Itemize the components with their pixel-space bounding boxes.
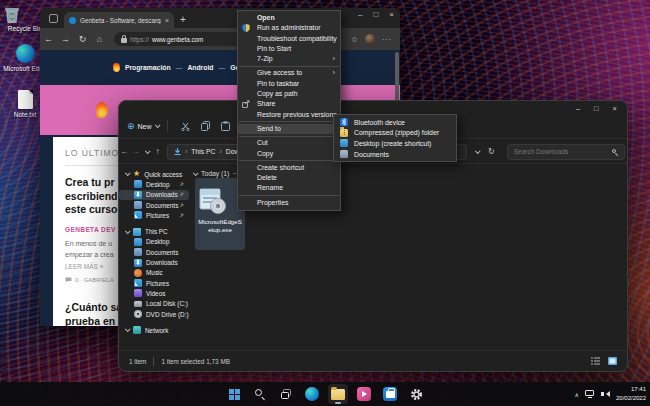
- browser-maximize-button[interactable]: □: [373, 10, 378, 19]
- menu-item-share[interactable]: Share: [238, 99, 340, 109]
- sidebar-network[interactable]: Network: [119, 325, 189, 335]
- browser-forward-button[interactable]: →: [57, 34, 74, 44]
- address-dropdown-button[interactable]: [475, 147, 479, 156]
- documents-folder-icon: [134, 201, 142, 209]
- new-button[interactable]: ⊕ New: [127, 121, 159, 131]
- menu-item-troubleshoot-compatibility[interactable]: Troubleshoot compatibility: [238, 34, 340, 44]
- desktop-shortcut-icon: [340, 139, 348, 147]
- browser-back-button[interactable]: ←: [40, 34, 57, 44]
- explorer-close-button[interactable]: ×: [613, 104, 617, 113]
- pin-icon: [179, 213, 184, 218]
- chevron-down-icon: [144, 148, 150, 154]
- taskbar-clock[interactable]: 17:41 20/02/2022: [616, 385, 646, 403]
- sidebar-item-dvd-drive[interactable]: DVD Drive (D:) DV: [119, 309, 189, 319]
- tab-actions-icon[interactable]: [49, 14, 58, 23]
- scissors-icon: [181, 122, 190, 131]
- new-tab-button[interactable]: +: [180, 14, 186, 25]
- profile-avatar[interactable]: [365, 34, 375, 44]
- sidebar-item-documents[interactable]: Documents: [119, 200, 189, 210]
- taskbar-edge-button[interactable]: [302, 384, 322, 404]
- explorer-maximize-button[interactable]: □: [594, 104, 599, 113]
- favorites-icon[interactable]: ☆: [351, 35, 358, 44]
- search-icon: [255, 389, 265, 399]
- network-tray-icon[interactable]: [585, 390, 595, 398]
- menu-item-run-as-administrator[interactable]: Run as administrator: [238, 23, 340, 33]
- lock-icon: [121, 35, 127, 43]
- explorer-minimize-button[interactable]: –: [576, 104, 580, 113]
- browser-tab-strip: Genbeta - Software, descargas, a × + – □…: [40, 8, 400, 28]
- sidebar-item-pc-documents[interactable]: Documents: [119, 247, 189, 257]
- menu-item-properties[interactable]: Properties: [238, 198, 340, 208]
- explorer-titlebar[interactable]: – □ ×: [119, 101, 627, 114]
- search-input[interactable]: [514, 148, 612, 155]
- menu-item-cut[interactable]: Cut: [238, 138, 340, 148]
- taskbar-search-button[interactable]: [250, 384, 270, 404]
- hidden-icons-chevron[interactable]: ∧: [575, 391, 579, 398]
- start-button[interactable]: [224, 384, 244, 404]
- taskbar-file-explorer-button[interactable]: [328, 384, 348, 404]
- crumb-separator: ›: [220, 148, 222, 155]
- browser-minimize-button[interactable]: –: [358, 10, 362, 19]
- volume-tray-icon[interactable]: [601, 390, 610, 398]
- details-view-icon[interactable]: [591, 357, 600, 365]
- sidebar-quick-access[interactable]: ★ Quick access: [119, 169, 189, 179]
- submenu-arrow-icon: ›: [333, 68, 336, 78]
- menu-item-give-access-to[interactable]: Give access to ›: [238, 68, 340, 78]
- menu-item-pin-to-start[interactable]: Pin to Start: [238, 44, 340, 54]
- sidebar-item-pc-downloads[interactable]: Downloads: [119, 257, 189, 267]
- sidebar-item-local-disk[interactable]: Local Disk (C:): [119, 299, 189, 309]
- nav-back-button[interactable]: ←: [119, 147, 130, 156]
- nav-up-button[interactable]: ↑: [152, 147, 163, 156]
- thumbnail-view-icon[interactable]: [608, 357, 617, 365]
- browser-close-button[interactable]: ×: [389, 10, 394, 19]
- site-nav-link[interactable]: Programación: [125, 64, 171, 71]
- browser-tab[interactable]: Genbeta - Software, descargas, a ×: [64, 12, 174, 28]
- sidebar-item-pc-music[interactable]: Music: [119, 268, 189, 278]
- browser-menu-icon[interactable]: ···: [382, 36, 392, 43]
- submenu-item-desktop-shortcut[interactable]: Desktop (create shortcut): [334, 138, 456, 149]
- menu-item-7zip[interactable]: 7-Zip ›: [238, 54, 340, 64]
- menu-item-open[interactable]: Open: [238, 13, 340, 23]
- task-view-button[interactable]: [276, 384, 296, 404]
- menu-separator: [239, 160, 339, 161]
- search-box[interactable]: [507, 144, 625, 160]
- breadcrumb-this-pc[interactable]: This PC: [191, 148, 215, 155]
- submenu-item-documents[interactable]: Documents: [334, 149, 456, 160]
- menu-item-copy-as-path[interactable]: Copy as path: [238, 89, 340, 99]
- menu-item-restore-previous-versions[interactable]: Restore previous versions: [238, 110, 340, 120]
- sidebar-item-pc-desktop[interactable]: Desktop: [119, 237, 189, 247]
- taskbar-settings-button[interactable]: [406, 384, 426, 404]
- browser-refresh-button[interactable]: ↻: [74, 34, 91, 44]
- sidebar-item-pictures[interactable]: Pictures: [119, 210, 189, 220]
- menu-item-delete[interactable]: Delete: [238, 173, 340, 183]
- menu-item-create-shortcut[interactable]: Create shortcut: [238, 163, 340, 173]
- copy-button[interactable]: [196, 121, 216, 131]
- site-nav-link[interactable]: Android: [187, 64, 213, 71]
- dvd-drive-icon: [134, 310, 142, 318]
- browser-home-button[interactable]: ⌂: [91, 34, 108, 44]
- system-tray: ∧ 17:41 20/02/2022: [575, 382, 646, 406]
- paste-button[interactable]: [216, 121, 236, 131]
- submenu-item-bluetooth-device[interactable]: Bluetooth device: [334, 117, 456, 128]
- tab-close-icon[interactable]: ×: [165, 17, 169, 24]
- menu-separator: [239, 121, 339, 122]
- sidebar-item-downloads[interactable]: Downloads: [119, 190, 189, 200]
- sidebar-item-pc-videos[interactable]: Videos: [119, 288, 189, 298]
- sidebar-item-pc-pictures[interactable]: Pictures: [119, 278, 189, 288]
- sidebar-this-pc[interactable]: This PC: [119, 226, 189, 236]
- cut-button[interactable]: [176, 122, 196, 131]
- screen: Recycle Bin Microsoft Edge Note.txt Genb…: [0, 0, 650, 406]
- menu-item-copy[interactable]: Copy: [238, 149, 340, 159]
- recent-locations-button[interactable]: [141, 147, 152, 156]
- taskbar-media-player-button[interactable]: [354, 384, 374, 404]
- menu-item-rename[interactable]: Rename: [238, 183, 340, 193]
- nav-forward-button[interactable]: →: [130, 147, 141, 156]
- sidebar-item-desktop[interactable]: Desktop: [119, 179, 189, 189]
- file-name-label: MicrosoftEdgeSetup.exe: [195, 216, 245, 234]
- submenu-item-compressed-folder[interactable]: Compressed (zipped) folder: [334, 128, 456, 139]
- menu-item-send-to[interactable]: Send to ›: [238, 124, 340, 134]
- downloads-location-icon: [174, 148, 181, 156]
- taskbar-store-button[interactable]: [380, 384, 400, 404]
- refresh-button[interactable]: ↻: [488, 147, 495, 156]
- menu-item-pin-to-taskbar[interactable]: Pin to taskbar: [238, 79, 340, 89]
